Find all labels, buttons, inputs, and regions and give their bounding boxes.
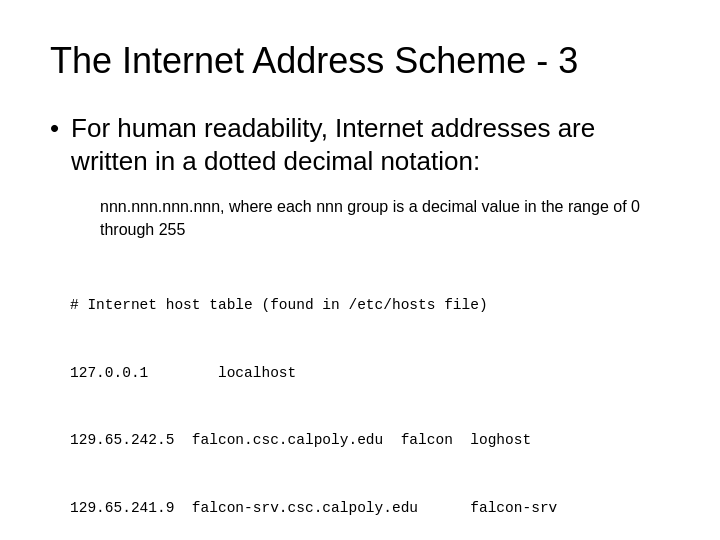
indented-description: nnn.nnn.nnn.nnn, where each nnn group is… [100,195,670,241]
slide: The Internet Address Scheme - 3 • For hu… [0,0,720,540]
bullet-dot: • [50,112,59,145]
bullet-text: For human readability, Internet addresse… [71,112,670,177]
code-comment: # Internet host table (found in /etc/hos… [70,294,670,316]
bullet-section: • For human readability, Internet addres… [50,112,670,185]
code-block: # Internet host table (found in /etc/hos… [70,249,670,540]
code-line-3: 129.65.241.9 falcon-srv.csc.calpoly.edu … [70,497,670,519]
bullet-item: • For human readability, Internet addres… [50,112,670,177]
code-line-1: 127.0.0.1 localhost [70,362,670,384]
code-line-2: 129.65.242.5 falcon.csc.calpoly.edu falc… [70,429,670,451]
slide-title: The Internet Address Scheme - 3 [50,40,670,82]
